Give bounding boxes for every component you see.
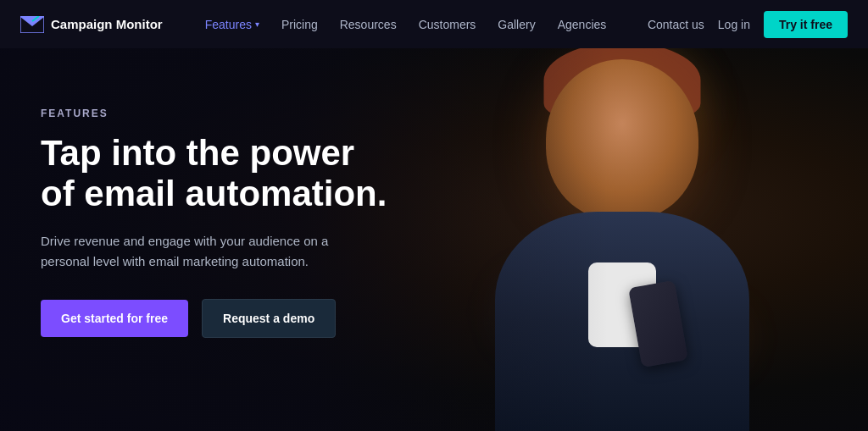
- request-demo-button[interactable]: Request a demo: [202, 299, 336, 338]
- logo-text: Campaign Monitor: [51, 17, 163, 31]
- nav-right: Contact us Log in Try it free: [648, 11, 848, 38]
- logo[interactable]: Campaign Monitor: [20, 16, 163, 33]
- hero-eyebrow: FEATURES: [41, 108, 390, 119]
- try-free-button[interactable]: Try it free: [764, 11, 848, 38]
- hero-title: Tap into the power of email automation.: [41, 133, 390, 215]
- chevron-down-icon: ▾: [255, 19, 259, 29]
- nav-link-features[interactable]: Features ▾: [197, 13, 268, 36]
- get-started-button[interactable]: Get started for free: [41, 300, 188, 337]
- hero-section: FEATURES Tap into the power of email aut…: [0, 0, 868, 431]
- nav-links: Features ▾ Pricing Resources Customers G…: [197, 13, 648, 36]
- nav-link-agencies[interactable]: Agencies: [549, 13, 615, 36]
- nav-link-resources[interactable]: Resources: [331, 13, 405, 36]
- login-link[interactable]: Log in: [718, 18, 750, 31]
- hero-subtitle: Drive revenue and engage with your audie…: [41, 231, 363, 272]
- hero-buttons: Get started for free Request a demo: [41, 299, 390, 338]
- nav-link-customers[interactable]: Customers: [410, 13, 485, 36]
- nav-link-pricing[interactable]: Pricing: [273, 13, 326, 36]
- logo-icon: [20, 16, 44, 33]
- nav-link-gallery[interactable]: Gallery: [489, 13, 543, 36]
- hero-content: FEATURES Tap into the power of email aut…: [0, 48, 424, 431]
- contact-link[interactable]: Contact us: [648, 18, 704, 31]
- navbar: Campaign Monitor Features ▾ Pricing Reso…: [0, 0, 868, 48]
